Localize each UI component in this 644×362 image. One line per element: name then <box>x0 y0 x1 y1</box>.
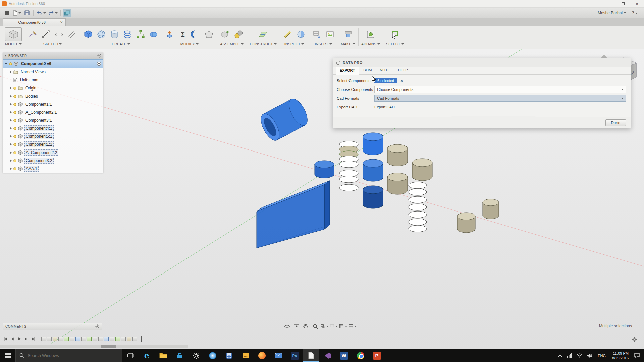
browser-item-origin[interactable]: Origin <box>3 84 103 92</box>
export-cad-button[interactable]: Export CAD <box>374 105 395 109</box>
app-grid-button[interactable] <box>3 9 11 17</box>
timeline-item-icon[interactable] <box>70 337 74 341</box>
tray-network[interactable] <box>565 349 575 362</box>
pan-button[interactable] <box>302 322 310 330</box>
taskbar-powerpoint[interactable]: P <box>369 349 385 362</box>
expand-caret-icon[interactable] <box>10 151 12 154</box>
insert-dropdown[interactable]: INSERT <box>315 42 332 46</box>
timeline-item-icon[interactable] <box>127 337 131 341</box>
new-component-button[interactable] <box>220 29 230 39</box>
select-button[interactable] <box>390 29 400 39</box>
sketch-dropdown[interactable]: SKETCH <box>43 42 62 46</box>
visibility-bulb-icon[interactable] <box>13 143 16 146</box>
collapse-caret-icon[interactable] <box>5 63 7 65</box>
file-menu-button[interactable] <box>12 9 22 17</box>
insert-mesh-button[interactable] <box>312 29 322 39</box>
restore-button[interactable] <box>616 0 630 7</box>
press-pull-button[interactable] <box>165 29 175 39</box>
timeline-playhead[interactable] <box>141 336 142 342</box>
taskbar-search[interactable] <box>15 349 122 362</box>
selection-count-badge[interactable]: 6 selected <box>374 78 397 83</box>
timeline-item-icon[interactable] <box>75 337 80 341</box>
make-dropdown[interactable]: MAKE <box>341 42 355 46</box>
timeline-item-icon[interactable] <box>64 337 69 341</box>
expand-caret-icon[interactable] <box>10 103 12 106</box>
body-blue-cylinder-bottom[interactable] <box>363 186 383 208</box>
timeline-item-icon[interactable] <box>110 337 114 341</box>
visibility-bulb-icon[interactable] <box>13 95 16 98</box>
timeline-item-icon[interactable] <box>115 337 120 341</box>
timeline-item-icon[interactable] <box>98 337 103 341</box>
construct-dropdown[interactable]: CONSTRUCT <box>250 42 276 46</box>
create-form-button[interactable] <box>149 29 159 39</box>
timeline-go-start-button[interactable] <box>2 336 8 342</box>
start-button[interactable] <box>0 349 15 362</box>
browser-item-component3-2[interactable]: Component3:2 <box>3 157 103 165</box>
action-center-button[interactable] <box>632 349 642 362</box>
close-button[interactable]: × <box>630 0 644 7</box>
zoom-button[interactable] <box>311 322 319 330</box>
tab-note[interactable]: NOTE <box>376 67 394 74</box>
body-blue-tube[interactable] <box>257 96 311 143</box>
create-sketch-button[interactable] <box>28 29 38 39</box>
body-blue-box[interactable] <box>257 181 330 248</box>
taskbar-file-explorer[interactable] <box>155 349 171 362</box>
expand-caret-icon[interactable] <box>10 95 12 98</box>
taskbar-edge[interactable]: e <box>139 349 155 362</box>
visibility-bulb-icon[interactable] <box>13 167 16 170</box>
visibility-bulb-icon[interactable] <box>13 119 16 122</box>
visibility-bulb-icon[interactable] <box>13 151 16 154</box>
viewports-button[interactable] <box>348 322 357 330</box>
shell-button[interactable] <box>204 29 214 39</box>
visibility-bulb-icon[interactable] <box>13 103 16 106</box>
timeline-item-icon[interactable] <box>104 337 109 341</box>
expand-caret-icon[interactable] <box>10 167 12 170</box>
browser-root-row[interactable]: Component0 v6 <box>3 59 103 68</box>
orbit-button[interactable] <box>283 322 291 330</box>
language-indicator[interactable]: ENG <box>595 354 609 358</box>
modify-dropdown[interactable]: MODIFY <box>180 42 199 46</box>
done-button[interactable]: Done <box>605 119 626 126</box>
parameters-button[interactable]: Σ <box>178 29 188 39</box>
collapse-panel-icon[interactable] <box>5 54 6 57</box>
expand-caret-icon[interactable] <box>10 87 12 89</box>
timeline-scroll-thumb[interactable] <box>101 345 116 348</box>
addins-dropdown[interactable]: ADD-INS <box>361 42 380 46</box>
cad-formats-dropdown[interactable]: Cad Formats <box>374 95 626 102</box>
body-blue-cylinder-middle[interactable] <box>363 159 383 181</box>
create-pattern-button[interactable] <box>136 29 146 39</box>
browser-item-component3-1[interactable]: Component3:1 <box>3 116 103 124</box>
timeline-item-icon[interactable] <box>132 337 137 341</box>
measure-button[interactable] <box>283 29 293 39</box>
taskbar-notepad-active[interactable] <box>303 349 319 362</box>
visibility-bulb-icon[interactable] <box>13 159 16 162</box>
browser-item-bodies[interactable]: Bodies <box>3 92 103 100</box>
document-tab[interactable]: Component0 v6 × <box>3 18 66 26</box>
timeline-item-icon[interactable] <box>58 337 63 341</box>
taskbar-settings[interactable] <box>188 349 204 362</box>
expand-caret-icon[interactable] <box>10 135 12 138</box>
expand-comments-icon[interactable] <box>95 324 99 328</box>
tab-bom[interactable]: BOM <box>360 67 375 74</box>
browser-item-a-component2-2[interactable]: A_Component2:2 <box>3 148 103 157</box>
taskbar-store[interactable] <box>171 349 188 362</box>
timeline-item-icon[interactable] <box>41 337 46 341</box>
workspace-switcher-button[interactable] <box>5 27 22 41</box>
browser-item-component1-2[interactable]: Component1:2 <box>3 140 103 148</box>
timeline-item-icon[interactable] <box>121 337 126 341</box>
select-dropdown[interactable]: SELECT <box>386 42 404 46</box>
inspect-dropdown[interactable]: INSPECT <box>284 42 304 46</box>
taskbar-photos[interactable] <box>237 349 254 362</box>
taskbar-clock[interactable]: 11:09 PM 8/19/2016 <box>609 351 632 360</box>
visibility-bulb-icon[interactable] <box>9 62 12 65</box>
data-panel-toggle-button[interactable] <box>63 9 71 17</box>
addins-button[interactable] <box>366 29 376 39</box>
timeline-scrollbar[interactable] <box>0 345 188 348</box>
sketch-line-button[interactable] <box>41 29 51 39</box>
tab-help[interactable]: HELP <box>394 67 412 74</box>
timeline-step-back-button[interactable] <box>9 336 15 342</box>
expand-caret-icon[interactable] <box>10 127 12 130</box>
tab-export[interactable]: EXPORT <box>336 67 359 75</box>
sweep-button[interactable] <box>191 29 201 39</box>
body-blue-cylinder-small[interactable] <box>315 161 334 178</box>
